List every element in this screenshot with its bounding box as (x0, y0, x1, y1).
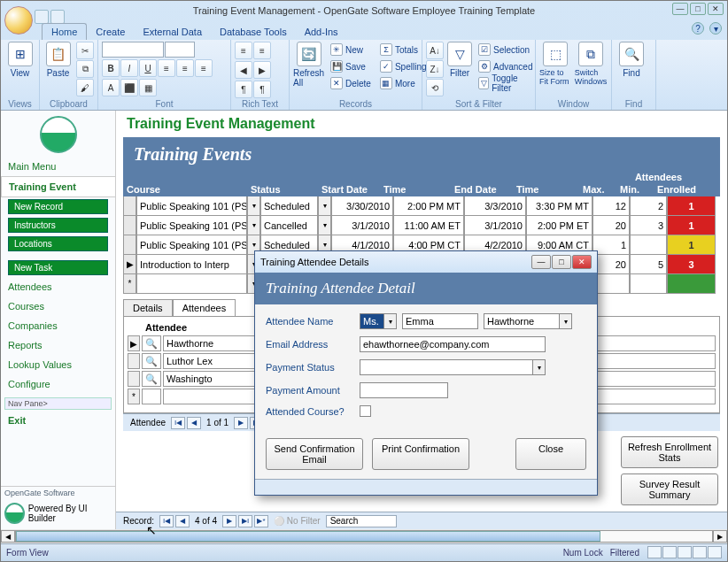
bullets-icon[interactable]: ≡ (235, 42, 252, 59)
tab-external-data[interactable]: External Data (134, 24, 211, 40)
dropdown-icon[interactable]: ▾ (533, 359, 546, 375)
dec-indent-icon[interactable]: ◀ (235, 61, 252, 79)
col-status[interactable]: Status (247, 182, 318, 196)
more-button[interactable]: ▦More (377, 75, 430, 91)
send-confirmation-button[interactable]: Send Confirmation Email (266, 438, 363, 470)
align-center-icon[interactable]: ≡ (176, 59, 194, 77)
col-start[interactable]: Start Date (318, 182, 380, 196)
selection-button[interactable]: ☑Selection (476, 42, 535, 58)
sidebar-btn-locations[interactable]: Locations (8, 236, 108, 251)
view-button[interactable]: ⊞View (4, 42, 35, 78)
spelling-button[interactable]: ✓Spelling (377, 58, 430, 74)
refresh-enrollment-button[interactable]: Refresh Enrollment Stats (621, 436, 718, 468)
prefix-field[interactable] (360, 313, 384, 329)
copy-icon[interactable]: ⧉ (76, 60, 94, 78)
tab-home[interactable]: Home (42, 23, 87, 40)
col-max[interactable]: Max. (579, 182, 616, 196)
dialog-close-button[interactable]: ✕ (572, 255, 592, 269)
font-color-icon[interactable]: A (102, 79, 120, 96)
lastname-field[interactable] (484, 313, 560, 329)
payment-status-field[interactable] (360, 359, 533, 375)
sidebar-item-mainmenu[interactable]: Main Menu (1, 157, 115, 176)
sort-asc-icon[interactable]: A↓ (426, 42, 444, 59)
tab-create[interactable]: Create (87, 24, 134, 40)
col-enrolled[interactable]: Enrolled (654, 182, 702, 196)
fontsize-select[interactable] (165, 42, 195, 58)
col-min[interactable]: Min. (616, 182, 654, 196)
nav-new-icon[interactable]: ▶* (254, 515, 268, 527)
dialog-maximize-button[interactable]: □ (552, 255, 571, 269)
table-row[interactable]: Public Speaking 101 (PS1▾Scheduled▾3/30/… (123, 196, 720, 216)
sidebar-item-configure[interactable]: Configure (1, 374, 115, 394)
subtab-details[interactable]: Details (123, 299, 173, 316)
switch-windows-button[interactable]: ⧉Switch Windows (575, 42, 607, 86)
maximize-button[interactable]: □ (690, 3, 706, 15)
payment-amount-field[interactable] (360, 382, 448, 398)
underline-icon[interactable]: U (139, 59, 157, 77)
sidebar-item-companies[interactable]: Companies (1, 316, 115, 335)
format-painter-icon[interactable]: 🖌 (76, 79, 94, 96)
delete-record-button[interactable]: ✕Delete (328, 75, 374, 91)
col-time1[interactable]: Time (380, 182, 451, 196)
italic-icon[interactable]: I (120, 59, 138, 77)
sidebar-btn-newtask[interactable]: New Task (8, 260, 108, 275)
minimize-button[interactable]: — (672, 3, 688, 15)
ltr-icon[interactable]: ¶ (235, 81, 252, 98)
filter-button[interactable]: ▽Filter (447, 42, 472, 78)
nav-next-icon[interactable]: ▶ (222, 515, 236, 527)
bold-icon[interactable]: B (102, 59, 120, 77)
tab-addins[interactable]: Add-Ins (296, 24, 347, 40)
dropdown-icon[interactable]: ▾ (384, 313, 397, 329)
font-select[interactable] (102, 42, 164, 58)
paste-button[interactable]: 📋Paste (43, 42, 73, 78)
dialog-minimize-button[interactable]: — (531, 255, 551, 269)
sidebar-exit[interactable]: Exit (1, 412, 115, 429)
toggle-filter-button[interactable]: ▽Toggle Filter (476, 75, 535, 91)
firstname-field[interactable] (402, 313, 478, 329)
dropdown-icon[interactable]: ▾ (560, 313, 572, 329)
tab-database-tools[interactable]: Database Tools (211, 24, 296, 40)
sort-desc-icon[interactable]: Z↓ (426, 60, 444, 78)
col-course[interactable]: Course (123, 182, 247, 196)
view-buttons[interactable] (647, 546, 722, 560)
rtl-icon[interactable]: ¶ (253, 81, 271, 98)
sidebar-item-courses[interactable]: Courses (1, 296, 115, 316)
nav-prev-icon[interactable]: ◀ (187, 417, 201, 429)
ribbon-minimize-icon[interactable]: ▾ (709, 22, 722, 35)
help-icon[interactable]: ? (692, 22, 704, 35)
size-to-fit-button[interactable]: ⬚Size to Fit Form (539, 42, 571, 86)
dialog-close-btn[interactable]: Close (515, 438, 586, 470)
sidebar-item-trainingevent[interactable]: Training Event (1, 176, 115, 197)
close-button[interactable]: ✕ (708, 3, 724, 15)
navpane-toggle[interactable]: Nav Pane> (4, 397, 112, 410)
nav-prev-icon[interactable]: ◀ (175, 515, 190, 527)
survey-result-button[interactable]: Survey Result Summary (621, 473, 718, 505)
save-record-button[interactable]: 💾Save (328, 58, 374, 74)
subtab-attendees[interactable]: Attendees (173, 299, 236, 316)
gridlines-icon[interactable]: ▦ (139, 79, 157, 96)
new-record-button[interactable]: ✳New (328, 42, 374, 58)
horizontal-scrollbar[interactable]: ◀ ▶ (1, 529, 727, 543)
col-end[interactable]: End Date (451, 182, 513, 196)
advanced-button[interactable]: ⚙Advanced (476, 58, 535, 74)
outer-search-input[interactable]: Search (326, 515, 397, 527)
attended-checkbox[interactable] (360, 405, 371, 417)
sidebar-item-attendees[interactable]: Attendees (1, 277, 115, 296)
scrollbar-thumb[interactable] (16, 531, 600, 542)
nav-first-icon[interactable]: I◀ (159, 515, 174, 527)
nav-last-icon[interactable]: ▶I (238, 515, 252, 527)
inc-indent-icon[interactable]: ▶ (253, 61, 271, 79)
clear-sort-icon[interactable]: ⟲ (426, 79, 444, 96)
cut-icon[interactable]: ✂ (76, 42, 94, 59)
refresh-all-button[interactable]: 🔄Refresh All (293, 42, 324, 88)
nav-next-icon[interactable]: ▶ (234, 417, 248, 429)
fill-color-icon[interactable]: ⬛ (120, 79, 138, 96)
find-button[interactable]: 🔍Find (616, 42, 647, 78)
print-confirmation-button[interactable]: Print Confirmation (372, 438, 469, 470)
sidebar-item-lookup[interactable]: Lookup Values (1, 355, 115, 374)
table-row[interactable]: Public Speaking 101 (PS1▾Cancelled▾3/1/2… (123, 216, 720, 235)
align-left-icon[interactable]: ≡ (158, 59, 175, 77)
sidebar-btn-newrecord[interactable]: New Record (8, 199, 108, 214)
align-right-icon[interactable]: ≡ (195, 59, 213, 77)
email-field[interactable] (360, 336, 546, 352)
